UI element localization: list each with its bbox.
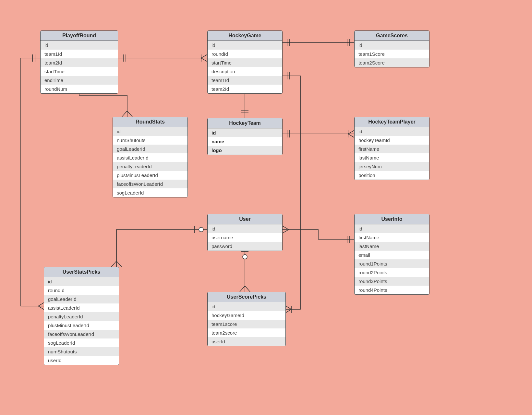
entity-field: id bbox=[355, 224, 429, 233]
entity-field: id bbox=[355, 41, 429, 50]
entity-fields-user-info: idfirstNamelastNameemailround1Pointsroun… bbox=[355, 224, 429, 294]
entity-field: jerseyNum bbox=[355, 162, 429, 171]
entity-field: password bbox=[208, 242, 282, 251]
entity-field: team2Id bbox=[208, 85, 282, 93]
entity-playoff-round: PlayoffRound idteam1Idteam2IdstartTimeen… bbox=[40, 30, 118, 94]
entity-field: plusMinusLeaderId bbox=[113, 171, 187, 180]
entity-fields-hockey-team: idnamelogo bbox=[208, 128, 282, 155]
entity-field: team2score bbox=[208, 328, 285, 337]
entity-hockey-team-player: HockeyTeamPlayer idhockeyTeamIdfirstName… bbox=[354, 117, 429, 180]
entity-field: team2Id bbox=[41, 58, 118, 67]
entity-field: roundId bbox=[44, 286, 119, 295]
entity-field: endTime bbox=[41, 76, 118, 85]
entity-field: userId bbox=[208, 337, 285, 346]
entity-field: roundId bbox=[208, 50, 282, 58]
entity-hockey-game: HockeyGame idroundIdstartTimedescription… bbox=[207, 30, 283, 94]
entity-field: assistLeaderId bbox=[44, 303, 119, 312]
entity-field: penaltyLeaderId bbox=[113, 162, 187, 171]
entity-fields-hockey-game: idroundIdstartTimedescriptionteam1Idteam… bbox=[208, 41, 282, 93]
entity-user-score-picks: UserScorePicks idhockeyGameIdteam1scoret… bbox=[207, 292, 286, 346]
entity-title: HockeyGame bbox=[208, 31, 282, 41]
entity-field: plusMinusLeaderId bbox=[44, 321, 119, 330]
entity-field: userId bbox=[44, 356, 119, 365]
entity-field: id bbox=[41, 41, 118, 50]
entity-field: username bbox=[208, 233, 282, 242]
entity-field: round4Points bbox=[355, 286, 429, 294]
entity-field: numShutouts bbox=[44, 347, 119, 356]
entity-field: team2Score bbox=[355, 58, 429, 67]
entity-field: team1Id bbox=[41, 50, 118, 58]
entity-field: numShutouts bbox=[113, 136, 187, 145]
entity-field: round3Points bbox=[355, 277, 429, 286]
entity-title: PlayoffRound bbox=[41, 31, 118, 41]
entity-title: HockeyTeam bbox=[208, 118, 282, 128]
entity-field: lastName bbox=[355, 153, 429, 162]
entity-fields-round-stats: idnumShutoutsgoalLeaderIdassistLeaderIdp… bbox=[113, 127, 187, 197]
entity-field: hockeyGameId bbox=[208, 311, 285, 320]
entity-title: RoundStats bbox=[113, 117, 187, 127]
entity-field: sogLeaderId bbox=[113, 188, 187, 197]
entity-title: GameScores bbox=[355, 31, 429, 41]
entity-field: goalLeaderId bbox=[44, 295, 119, 303]
entity-field: lastName bbox=[355, 242, 429, 251]
entity-field: faceoffsWonLeaderId bbox=[44, 330, 119, 338]
entity-field: id bbox=[355, 127, 429, 136]
entity-fields-game-scores: idteam1Scoreteam2Score bbox=[355, 41, 429, 67]
entity-field: team1score bbox=[208, 320, 285, 328]
entity-fields-hockey-team-player: idhockeyTeamIdfirstNamelastNamejerseyNum… bbox=[355, 127, 429, 180]
entity-fields-user-score-picks: idhockeyGameIdteam1scoreteam2scoreuserId bbox=[208, 302, 285, 346]
entity-user: User idusernamepassword bbox=[207, 214, 283, 251]
entity-title: HockeyTeamPlayer bbox=[355, 117, 429, 127]
entity-title: UserInfo bbox=[355, 214, 429, 224]
entity-field: email bbox=[355, 251, 429, 259]
entity-field: firstName bbox=[355, 233, 429, 242]
entity-field: faceoffsWonLeaderId bbox=[113, 180, 187, 188]
entity-round-stats: RoundStats idnumShutoutsgoalLeaderIdassi… bbox=[113, 117, 188, 197]
entity-hockey-team: HockeyTeam idnamelogo bbox=[207, 118, 283, 155]
entity-fields-user: idusernamepassword bbox=[208, 224, 282, 251]
entity-fields-user-stats-picks: idroundIdgoalLeaderIdassistLeaderIdpenal… bbox=[44, 277, 119, 365]
entity-field: startTime bbox=[41, 67, 118, 76]
entity-user-stats-picks: UserStatsPicks idroundIdgoalLeaderIdassi… bbox=[44, 267, 119, 365]
entity-field: penaltyLeaderId bbox=[44, 312, 119, 321]
entity-field: goalLeaderId bbox=[113, 145, 187, 153]
svg-point-7 bbox=[243, 255, 247, 259]
entity-field: round1Points bbox=[355, 259, 429, 268]
entity-field: round2Points bbox=[355, 268, 429, 277]
entity-user-info: UserInfo idfirstNamelastNameemailround1P… bbox=[354, 214, 429, 295]
entity-field: description bbox=[208, 67, 282, 76]
entity-field: id bbox=[44, 277, 119, 286]
entity-field: firstName bbox=[355, 145, 429, 153]
entity-field: id bbox=[208, 128, 282, 137]
entity-field: id bbox=[208, 41, 282, 50]
entity-field: assistLeaderId bbox=[113, 153, 187, 162]
entity-field: id bbox=[208, 302, 285, 311]
entity-game-scores: GameScores idteam1Scoreteam2Score bbox=[354, 30, 429, 67]
svg-point-5 bbox=[199, 227, 203, 232]
entity-field: roundNum bbox=[41, 85, 118, 93]
entity-field: id bbox=[208, 224, 282, 233]
entity-title: UserScorePicks bbox=[208, 292, 285, 302]
entity-field: team1Score bbox=[355, 50, 429, 58]
entity-field: hockeyTeamId bbox=[355, 136, 429, 145]
entity-title: User bbox=[208, 214, 282, 224]
entity-field: team1Id bbox=[208, 76, 282, 85]
entity-field: sogLeaderId bbox=[44, 338, 119, 347]
entity-field: startTime bbox=[208, 58, 282, 67]
entity-field: id bbox=[113, 127, 187, 136]
entity-field: name bbox=[208, 137, 282, 146]
entity-title: UserStatsPicks bbox=[44, 267, 119, 277]
entity-field: position bbox=[355, 171, 429, 180]
entity-fields-playoff-round: idteam1Idteam2IdstartTimeendTimeroundNum bbox=[41, 41, 118, 93]
entity-field: logo bbox=[208, 146, 282, 155]
